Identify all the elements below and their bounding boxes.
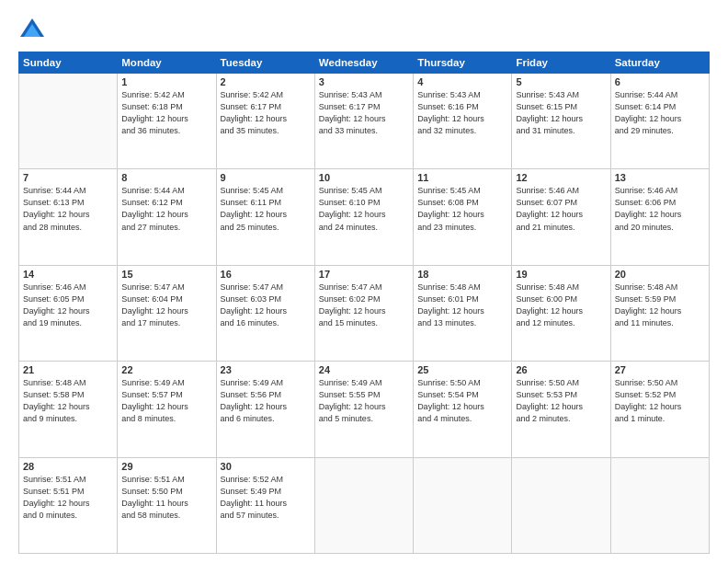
weekday-header-friday: Friday xyxy=(512,52,610,74)
calendar-cell: 29 Sunrise: 5:51 AM Sunset: 5:50 PM Dayl… xyxy=(118,457,216,553)
daylight-minutes-text: and 20 minutes. xyxy=(615,222,705,234)
daylight-minutes-text: and 19 minutes. xyxy=(23,317,113,329)
calendar-week-row: 21 Sunrise: 5:48 AM Sunset: 5:58 PM Dayl… xyxy=(19,362,710,457)
sunrise-text: Sunrise: 5:43 AM xyxy=(516,89,606,101)
calendar-cell: 19 Sunrise: 5:48 AM Sunset: 6:00 PM Dayl… xyxy=(512,265,610,361)
daylight-minutes-text: and 17 minutes. xyxy=(121,317,211,329)
sunset-text: Sunset: 5:55 PM xyxy=(319,389,409,401)
daylight-text: Daylight: 12 hours xyxy=(417,113,507,125)
calendar-cell: 15 Sunrise: 5:47 AM Sunset: 6:04 PM Dayl… xyxy=(118,265,216,361)
daylight-text: Daylight: 12 hours xyxy=(221,113,311,125)
calendar-cell: 9 Sunrise: 5:45 AM Sunset: 6:11 PM Dayli… xyxy=(216,169,314,265)
daylight-minutes-text: and 32 minutes. xyxy=(417,125,507,137)
day-number: 29 xyxy=(121,461,211,472)
sunrise-text: Sunrise: 5:42 AM xyxy=(121,89,211,101)
calendar-cell: 16 Sunrise: 5:47 AM Sunset: 6:03 PM Dayl… xyxy=(216,265,314,361)
sunrise-text: Sunrise: 5:45 AM xyxy=(221,185,311,197)
day-number: 20 xyxy=(615,269,705,280)
sunrise-text: Sunrise: 5:50 AM xyxy=(516,377,606,389)
daylight-text: Daylight: 12 hours xyxy=(516,209,606,221)
page: SundayMondayTuesdayWednesdayThursdayFrid… xyxy=(0,0,728,563)
sunset-text: Sunset: 6:17 PM xyxy=(221,101,311,113)
daylight-minutes-text: and 13 minutes. xyxy=(417,317,507,329)
daylight-minutes-text: and 2 minutes. xyxy=(516,413,606,425)
sunset-text: Sunset: 6:12 PM xyxy=(121,197,211,209)
daylight-minutes-text: and 29 minutes. xyxy=(615,125,705,137)
sunrise-text: Sunrise: 5:50 AM xyxy=(417,377,507,389)
daylight-minutes-text: and 16 minutes. xyxy=(221,317,311,329)
sunrise-text: Sunrise: 5:43 AM xyxy=(417,89,507,101)
sunset-text: Sunset: 6:03 PM xyxy=(221,293,311,305)
sunrise-text: Sunrise: 5:46 AM xyxy=(23,282,113,293)
sunrise-text: Sunrise: 5:45 AM xyxy=(319,185,409,197)
daylight-text: Daylight: 12 hours xyxy=(615,113,705,125)
sunset-text: Sunset: 6:14 PM xyxy=(615,101,705,113)
sunrise-text: Sunrise: 5:49 AM xyxy=(121,377,211,389)
daylight-minutes-text: and 31 minutes. xyxy=(516,125,606,137)
calendar-cell: 10 Sunrise: 5:45 AM Sunset: 6:10 PM Dayl… xyxy=(314,169,413,265)
sunrise-text: Sunrise: 5:47 AM xyxy=(221,282,311,293)
sunrise-text: Sunrise: 5:46 AM xyxy=(615,185,705,197)
daylight-text: Daylight: 12 hours xyxy=(615,305,705,317)
sunset-text: Sunset: 6:11 PM xyxy=(221,197,311,209)
daylight-text: Daylight: 12 hours xyxy=(319,113,409,125)
calendar-cell xyxy=(414,457,512,553)
daylight-text: Daylight: 12 hours xyxy=(319,305,409,317)
day-number: 28 xyxy=(23,461,113,472)
day-number: 6 xyxy=(615,76,705,87)
daylight-minutes-text: and 21 minutes. xyxy=(516,222,606,234)
calendar-cell: 17 Sunrise: 5:47 AM Sunset: 6:02 PM Dayl… xyxy=(314,265,413,361)
daylight-text: Daylight: 12 hours xyxy=(121,305,211,317)
sunrise-text: Sunrise: 5:50 AM xyxy=(615,377,705,389)
daylight-minutes-text: and 25 minutes. xyxy=(221,222,311,234)
daylight-minutes-text: and 24 minutes. xyxy=(319,222,409,234)
sunset-text: Sunset: 5:52 PM xyxy=(615,389,705,401)
daylight-minutes-text: and 33 minutes. xyxy=(319,125,409,137)
sunset-text: Sunset: 5:51 PM xyxy=(23,486,113,498)
calendar-week-row: 7 Sunrise: 5:44 AM Sunset: 6:13 PM Dayli… xyxy=(19,169,710,265)
calendar-cell: 30 Sunrise: 5:52 AM Sunset: 5:49 PM Dayl… xyxy=(216,457,314,553)
calendar-cell: 7 Sunrise: 5:44 AM Sunset: 6:13 PM Dayli… xyxy=(19,169,118,265)
daylight-text: Daylight: 12 hours xyxy=(417,305,507,317)
day-number: 9 xyxy=(221,172,311,183)
sunrise-text: Sunrise: 5:44 AM xyxy=(23,185,113,197)
sunset-text: Sunset: 6:13 PM xyxy=(23,197,113,209)
calendar-cell: 28 Sunrise: 5:51 AM Sunset: 5:51 PM Dayl… xyxy=(19,457,118,553)
daylight-text: Daylight: 11 hours xyxy=(221,498,311,510)
sunset-text: Sunset: 5:59 PM xyxy=(615,293,705,305)
sunrise-text: Sunrise: 5:51 AM xyxy=(23,474,113,486)
daylight-minutes-text: and 28 minutes. xyxy=(23,222,113,234)
day-number: 5 xyxy=(516,76,606,87)
daylight-minutes-text: and 6 minutes. xyxy=(221,413,311,425)
sunset-text: Sunset: 5:49 PM xyxy=(221,486,311,498)
day-number: 4 xyxy=(417,76,507,87)
daylight-minutes-text: and 23 minutes. xyxy=(417,222,507,234)
day-number: 24 xyxy=(319,364,409,375)
logo-icon xyxy=(18,17,46,44)
day-number: 18 xyxy=(417,269,507,280)
day-number: 19 xyxy=(516,269,606,280)
daylight-minutes-text: and 36 minutes. xyxy=(121,125,211,137)
weekday-header-sunday: Sunday xyxy=(19,52,118,74)
calendar-cell xyxy=(314,457,413,553)
sunrise-text: Sunrise: 5:42 AM xyxy=(221,89,311,101)
day-number: 25 xyxy=(417,364,507,375)
day-number: 12 xyxy=(516,172,606,183)
sunset-text: Sunset: 6:04 PM xyxy=(121,293,211,305)
daylight-text: Daylight: 12 hours xyxy=(516,305,606,317)
sunset-text: Sunset: 6:17 PM xyxy=(319,101,409,113)
day-number: 7 xyxy=(23,172,113,183)
daylight-text: Daylight: 12 hours xyxy=(121,209,211,221)
sunrise-text: Sunrise: 5:48 AM xyxy=(417,282,507,293)
calendar-cell: 20 Sunrise: 5:48 AM Sunset: 5:59 PM Dayl… xyxy=(610,265,709,361)
day-number: 10 xyxy=(319,172,409,183)
weekday-header-saturday: Saturday xyxy=(610,52,709,74)
daylight-minutes-text: and 12 minutes. xyxy=(516,317,606,329)
sunrise-text: Sunrise: 5:51 AM xyxy=(121,474,211,486)
daylight-text: Daylight: 12 hours xyxy=(23,209,113,221)
daylight-text: Daylight: 12 hours xyxy=(23,401,113,413)
daylight-text: Daylight: 12 hours xyxy=(121,401,211,413)
daylight-text: Daylight: 12 hours xyxy=(615,401,705,413)
sunset-text: Sunset: 6:07 PM xyxy=(516,197,606,209)
sunrise-text: Sunrise: 5:52 AM xyxy=(221,474,311,486)
